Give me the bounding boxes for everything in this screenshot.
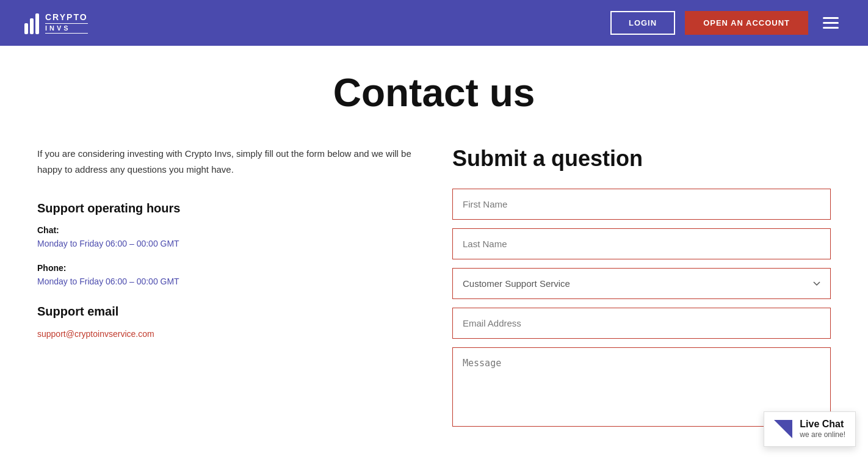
chat-hours: Monday to Friday 06:00 – 00:00 GMT: [37, 239, 416, 248]
logo-bar-1: [24, 23, 28, 34]
logo-line1: CRYPTO: [45, 12, 88, 23]
phone-label: Phone:: [37, 263, 416, 273]
intro-text: If you are considering investing with Cr…: [37, 146, 416, 177]
hamburger-menu-button[interactable]: [818, 15, 844, 31]
email-input[interactable]: [452, 308, 831, 339]
live-chat-triangle-icon: [774, 420, 792, 438]
form-title: Submit a question: [452, 146, 831, 172]
main-content: If you are considering investing with Cr…: [13, 128, 855, 459]
support-email-section: Support email support@cryptoinvservice.c…: [37, 305, 416, 339]
page-title: Contact us: [0, 70, 868, 115]
logo: CRYPTO INVS: [24, 12, 88, 34]
last-name-input[interactable]: [452, 228, 831, 259]
support-hours-heading: Support operating hours: [37, 201, 416, 215]
support-email-heading: Support email: [37, 305, 416, 319]
live-chat-text: Live Chat we are online!: [800, 418, 845, 440]
header-nav: LOGIN OPEN AN ACCOUNT: [610, 11, 844, 35]
first-name-input[interactable]: [452, 189, 831, 220]
hamburger-line-3: [823, 27, 839, 29]
right-column: Submit a question Customer Support Servi…: [452, 146, 831, 435]
logo-text: CRYPTO INVS: [45, 12, 88, 34]
open-account-button[interactable]: OPEN AN ACCOUNT: [685, 11, 808, 35]
service-select[interactable]: Customer Support ServiceTechnical Suppor…: [452, 268, 831, 299]
logo-bar-2: [30, 18, 34, 34]
hamburger-line-2: [823, 22, 839, 24]
logo-line2: INVS: [45, 23, 88, 34]
live-chat-widget[interactable]: Live Chat we are online!: [764, 411, 856, 447]
logo-bar-3: [35, 13, 39, 34]
live-chat-title: Live Chat: [800, 418, 845, 431]
login-button[interactable]: LOGIN: [610, 11, 675, 35]
support-email-link[interactable]: support@cryptoinvservice.com: [37, 329, 154, 339]
live-chat-status: we are online!: [800, 430, 845, 440]
site-header: CRYPTO INVS LOGIN OPEN AN ACCOUNT: [0, 0, 868, 46]
phone-hours: Monday to Friday 06:00 – 00:00 GMT: [37, 276, 416, 286]
hamburger-line-1: [823, 17, 839, 19]
chat-label: Chat:: [37, 225, 416, 235]
page-title-section: Contact us: [0, 46, 868, 128]
logo-bars-icon: [24, 12, 39, 34]
left-column: If you are considering investing with Cr…: [37, 146, 416, 435]
